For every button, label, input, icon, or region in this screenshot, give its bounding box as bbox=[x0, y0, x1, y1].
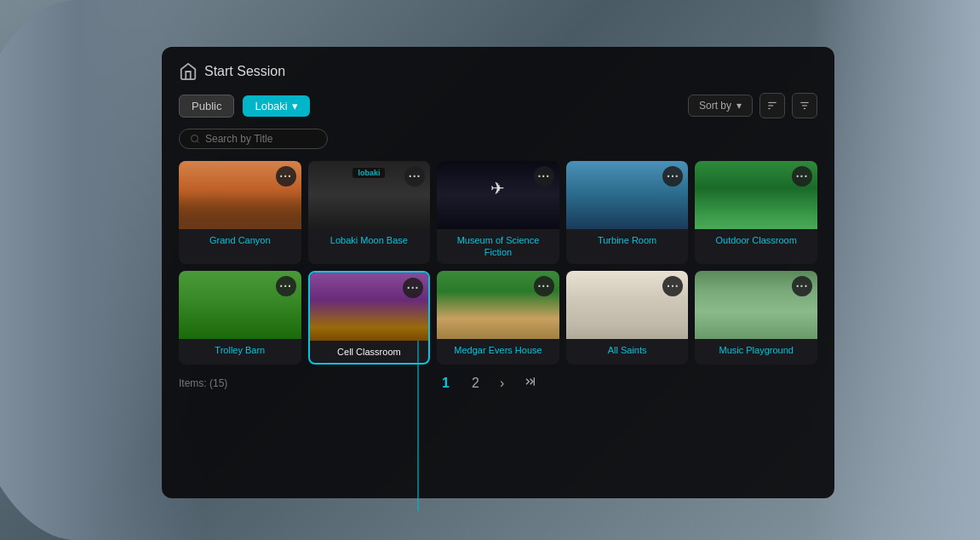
card-music-playground[interactable]: ··· Music Playground bbox=[695, 271, 817, 365]
last-page-button[interactable] bbox=[519, 373, 540, 394]
card-outdoor-classroom[interactable]: ··· Outdoor Classroom bbox=[695, 161, 817, 264]
card-label-grand-canyon: Grand Canyon bbox=[179, 229, 301, 251]
more-options-button-music-playground[interactable]: ··· bbox=[792, 276, 812, 296]
page-2-button[interactable]: 2 bbox=[467, 374, 484, 393]
card-label-all-saints: All Saints bbox=[566, 339, 689, 361]
card-label-medgar-evers-house: Medgar Evers House bbox=[437, 339, 559, 361]
svg-line-7 bbox=[197, 141, 198, 142]
more-options-button-lobaki-moon-base[interactable]: ··· bbox=[404, 166, 425, 187]
public-tab-button[interactable]: Public bbox=[179, 95, 234, 118]
panel-header: Start Session bbox=[179, 62, 817, 81]
card-thumb-lobaki-moon-base: ··· bbox=[308, 161, 431, 229]
card-thumb-all-saints: ··· bbox=[566, 271, 689, 339]
card-label-museum-science-fiction: Museum of Science Fiction bbox=[437, 229, 559, 264]
sort-order-button[interactable] bbox=[759, 93, 785, 118]
card-label-music-playground: Music Playground bbox=[695, 339, 817, 361]
page-1-button[interactable]: 1 bbox=[437, 374, 455, 393]
bg-right-decor bbox=[810, 0, 980, 540]
more-options-button-trolley-barn[interactable]: ··· bbox=[276, 276, 296, 296]
card-grand-canyon[interactable]: ··· Grand Canyon bbox=[179, 161, 301, 264]
search-box[interactable] bbox=[179, 129, 328, 149]
card-thumb-trolley-barn: ··· bbox=[179, 271, 301, 339]
next-page-button[interactable]: › bbox=[496, 374, 507, 393]
card-thumb-music-playground: ··· bbox=[695, 271, 817, 339]
card-all-saints[interactable]: ··· All Saints bbox=[566, 271, 689, 365]
card-museum-science-fiction[interactable]: ··· Museum of Science Fiction bbox=[437, 161, 559, 264]
card-thumb-turbine-room: ··· bbox=[566, 161, 689, 229]
more-options-button-outdoor-classroom[interactable]: ··· bbox=[792, 166, 812, 187]
left-controls: Public Lobaki ▾ bbox=[179, 95, 310, 118]
search-icon bbox=[190, 134, 200, 144]
panel-title: Start Session bbox=[204, 64, 285, 79]
card-thumb-cell-classroom: ··· bbox=[310, 273, 429, 341]
more-options-button-grand-canyon[interactable]: ··· bbox=[276, 166, 296, 187]
card-cell-classroom[interactable]: ··· Cell Classroom bbox=[308, 271, 431, 365]
card-label-turbine-room: Turbine Room bbox=[566, 229, 689, 251]
card-thumb-medgar-evers-house: ··· bbox=[437, 271, 559, 339]
more-options-button-all-saints[interactable]: ··· bbox=[662, 276, 683, 296]
filter-icon bbox=[799, 100, 811, 112]
card-label-cell-classroom: Cell Classroom bbox=[310, 341, 429, 363]
main-panel: Start Session Public Lobaki ▾ Sort by ▾ bbox=[162, 47, 834, 498]
last-page-icon bbox=[523, 375, 536, 388]
pagination: 1 2 › bbox=[227, 373, 749, 394]
search-input[interactable] bbox=[205, 133, 316, 145]
items-count: Items: (15) bbox=[179, 377, 227, 389]
footer-row: Items: (15) 1 2 › bbox=[179, 373, 817, 394]
sort-icon bbox=[766, 100, 778, 112]
card-turbine-room[interactable]: ··· Turbine Room bbox=[566, 161, 689, 264]
chevron-down-icon: ▾ bbox=[292, 100, 298, 112]
chevron-down-icon: ▾ bbox=[736, 100, 742, 112]
more-options-button-medgar-evers-house[interactable]: ··· bbox=[534, 276, 554, 296]
lobaki-tab-button[interactable]: Lobaki ▾ bbox=[243, 95, 309, 117]
filter-button[interactable] bbox=[792, 93, 817, 118]
card-thumb-grand-canyon: ··· bbox=[179, 161, 301, 229]
card-label-lobaki-moon-base: Lobaki Moon Base bbox=[308, 229, 431, 251]
sort-by-button[interactable]: Sort by ▾ bbox=[688, 95, 753, 117]
more-options-button-cell-classroom[interactable]: ··· bbox=[403, 278, 423, 298]
card-label-trolley-barn: Trolley Barn bbox=[179, 339, 301, 361]
card-medgar-evers-house[interactable]: ··· Medgar Evers House bbox=[437, 271, 559, 365]
card-thumb-outdoor-classroom: ··· bbox=[695, 161, 817, 229]
home-icon bbox=[179, 62, 198, 81]
right-controls: Sort by ▾ bbox=[688, 93, 817, 118]
card-lobaki-moon-base[interactable]: ··· Lobaki Moon Base bbox=[308, 161, 431, 264]
controls-row: Public Lobaki ▾ Sort by ▾ bbox=[179, 93, 817, 118]
vertical-line-decor bbox=[417, 341, 419, 511]
card-thumb-museum-science-fiction: ··· bbox=[437, 161, 559, 229]
svg-point-6 bbox=[192, 135, 198, 142]
more-options-button-museum-science-fiction[interactable]: ··· bbox=[534, 166, 554, 187]
cards-grid: ··· Grand Canyon ··· Lobaki Moon Base ··… bbox=[179, 161, 817, 365]
card-trolley-barn[interactable]: ··· Trolley Barn bbox=[179, 271, 301, 365]
card-label-outdoor-classroom: Outdoor Classroom bbox=[695, 229, 817, 251]
